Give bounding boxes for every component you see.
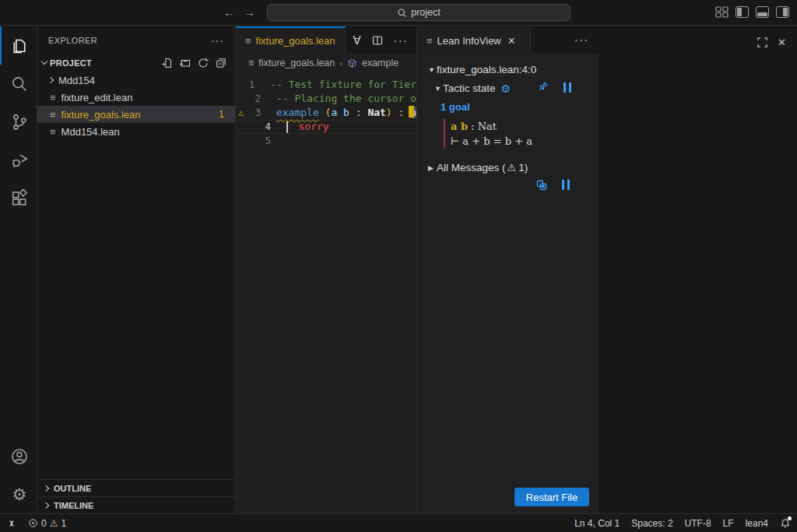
tab-bar: ≡ fixture_goals.lean ∀ ···	[236, 26, 416, 54]
code-line: 1 -- Test fixture for Tier	[236, 78, 416, 92]
tree-item-file[interactable]: ≡ fixture_edit.lean	[37, 89, 235, 106]
activity-bar: ⚙	[0, 26, 37, 513]
collapse-all-icon[interactable]	[215, 57, 227, 69]
overview-ruler-warning-marker	[409, 106, 414, 117]
pause-messages-icon[interactable]	[562, 180, 570, 190]
code-line: ⚠ 3 example (a b : Nat) : a	[236, 106, 416, 120]
tactic-state-row[interactable]: ▼ Tactic state ⚙	[434, 82, 590, 94]
extensions-icon[interactable]	[0, 179, 37, 217]
tree-item-file-selected[interactable]: ≡ fixture_goals.lean 1	[37, 106, 235, 123]
close-window-icon[interactable]: ✕	[778, 37, 786, 48]
lean-file-icon: ≡	[50, 126, 56, 138]
editor-group: ≡ fixture_goals.lean ∀ ··· ≡ fixture_goa…	[236, 26, 417, 513]
breadcrumb-separator: ›	[339, 58, 342, 68]
pin-icon[interactable]	[538, 81, 549, 92]
status-bar: 0 ⚠ 1 Ln 4, Col 1 Spaces: 2 UTF-8 LF lea…	[0, 513, 797, 532]
project-section-label: PROJECT	[50, 58, 92, 68]
warning-triangle-icon: ⚠	[50, 518, 58, 529]
refresh-icon[interactable]	[197, 57, 209, 69]
lean-file-icon: ≡	[245, 35, 251, 47]
fullscreen-expand-icon[interactable]	[757, 37, 768, 48]
search-sidebar-icon[interactable]	[0, 65, 37, 103]
remote-indicator-icon[interactable]	[6, 518, 17, 529]
split-editor-icon[interactable]	[371, 34, 384, 47]
symbol-cube-icon	[347, 58, 357, 68]
restart-file-button[interactable]: Restart File	[514, 488, 589, 506]
search-value: project	[411, 7, 441, 18]
project-section-header[interactable]: PROJECT	[37, 54, 235, 72]
tree-item-folder[interactable]: Mdd154	[37, 72, 235, 89]
new-file-icon[interactable]	[161, 57, 174, 69]
lean-file-icon: ≡	[427, 35, 433, 47]
triangle-right-icon: ▶	[428, 164, 437, 172]
warning-triangle-icon: ⚠	[236, 106, 246, 120]
eol-status[interactable]: LF	[723, 518, 734, 529]
code-editor[interactable]: 1 -- Test fixture for Tier 2 -- Placing …	[236, 72, 416, 148]
infoview-location-row[interactable]: ▼ fixture_goals.lean:4:0	[428, 64, 597, 75]
cursor-position-status[interactable]: Ln 4, Col 1	[574, 518, 620, 529]
customize-layout-icon[interactable]	[715, 6, 729, 18]
tactic-settings-gear-icon[interactable]: ⚙	[501, 83, 511, 94]
triangle-down-icon: ▼	[434, 85, 443, 93]
all-messages-row[interactable]: ▶ All Messages ( ⚠ 1)	[428, 162, 597, 173]
problems-status[interactable]: 0 ⚠ 1	[28, 518, 66, 529]
run-debug-icon[interactable]	[0, 141, 37, 179]
lean-file-icon: ≡	[50, 92, 56, 103]
lean-infoview-panel: ▼ fixture_goals.lean:4:0 ▼ Tactic state …	[417, 54, 598, 513]
language-mode-status[interactable]: lean4	[746, 518, 768, 529]
editor-more-actions-icon[interactable]: ···	[394, 34, 409, 47]
forward-arrow-icon[interactable]: →	[244, 5, 255, 19]
indentation-status[interactable]: Spaces: 2	[631, 518, 672, 529]
toggle-panel-icon[interactable]	[756, 6, 769, 18]
tab-lean-infoview[interactable]: ≡ Lean InfoView ✕	[417, 26, 531, 54]
lean-infoview-toggle-icon[interactable]: ∀	[353, 33, 361, 47]
warning-triangle-icon: ⚠	[507, 162, 517, 173]
infoview-more-actions-icon[interactable]: ···	[574, 33, 589, 46]
source-control-icon[interactable]	[0, 103, 37, 141]
overview-ruler[interactable]	[407, 72, 416, 513]
chevron-right-icon	[43, 485, 49, 491]
chevron-down-icon	[41, 58, 47, 65]
code-line: 2 -- Placing the cursor o	[236, 92, 416, 106]
explorer-more-icon[interactable]: ···	[211, 34, 224, 47]
lean-file-icon: ≡	[248, 58, 254, 68]
settings-gear-icon[interactable]: ⚙	[0, 475, 37, 513]
duplicate-panel-icon[interactable]	[535, 179, 548, 191]
pause-updates-icon[interactable]	[564, 82, 571, 93]
goal-display: a b : Nat ⊢ a + b = b + a	[444, 119, 597, 149]
search-box[interactable]: project	[267, 4, 571, 21]
hypothesis-line: a b : Nat	[451, 119, 597, 134]
explorer-title: EXPLORER	[48, 36, 97, 45]
goal-count: 1 goal	[441, 101, 597, 113]
close-tab-icon[interactable]: ✕	[507, 35, 516, 47]
goal-line: ⊢ a + b = b + a	[451, 134, 597, 149]
encoding-status[interactable]: UTF-8	[685, 518, 711, 529]
title-bar: ← → project	[0, 0, 797, 26]
error-circle-icon	[28, 518, 38, 528]
chevron-right-icon	[47, 77, 54, 83]
chevron-right-icon	[43, 502, 49, 508]
code-line: 5	[236, 134, 416, 148]
problems-badge: 1	[219, 109, 224, 120]
explorer-sidebar: EXPLORER ··· PROJECT Mdd154 ≡ fixture_ed…	[37, 26, 236, 513]
outline-section[interactable]: OUTLINE	[37, 479, 235, 496]
explorer-icon[interactable]	[0, 26, 37, 65]
text-cursor	[286, 121, 288, 133]
tree-item-file[interactable]: ≡ Mdd154.lean	[37, 123, 235, 140]
infoview-editor-group: ≡ Lean InfoView ✕ ··· ▼ fixture_goals.le…	[417, 26, 797, 513]
notifications-bell-icon[interactable]	[780, 518, 791, 529]
back-arrow-icon[interactable]: ←	[223, 5, 235, 19]
toggle-secondary-sidebar-icon[interactable]	[776, 6, 789, 18]
timeline-section[interactable]: TIMELINE	[37, 496, 235, 513]
lean-file-icon: ≡	[50, 109, 56, 121]
tab-fixture-goals[interactable]: ≡ fixture_goals.lean	[236, 26, 346, 54]
account-icon[interactable]	[0, 437, 37, 475]
search-icon	[397, 8, 407, 18]
breadcrumb[interactable]: ≡ fixture_goals.lean › example	[236, 54, 416, 72]
toggle-primary-sidebar-icon[interactable]	[736, 6, 749, 18]
triangle-down-icon: ▼	[428, 66, 437, 74]
code-line-current: 4 sorry	[236, 120, 416, 134]
notification-dot	[788, 516, 792, 520]
new-folder-icon[interactable]	[179, 57, 191, 69]
